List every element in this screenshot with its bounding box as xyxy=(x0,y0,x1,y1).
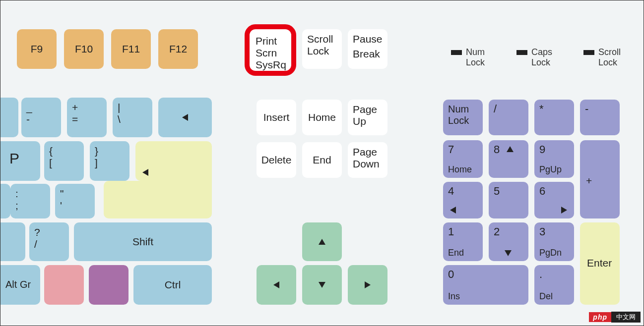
label-line1: Print xyxy=(256,35,285,47)
watermark: php 中文网 xyxy=(589,312,641,323)
label-line2: Lock xyxy=(448,115,478,126)
key-delete[interactable]: Delete xyxy=(257,142,296,178)
key-num-1[interactable]: 1 End xyxy=(443,222,483,261)
watermark-cn: 中文网 xyxy=(611,312,641,323)
key-end[interactable]: End xyxy=(302,142,342,178)
label-bottom: [ xyxy=(49,157,79,169)
key-f10[interactable]: F10 xyxy=(64,29,104,69)
key-pause-break[interactable]: Pause Break xyxy=(348,29,387,69)
label-line1: Pause xyxy=(353,33,383,45)
key-num-slash[interactable]: / xyxy=(489,100,528,135)
arrow-up-icon xyxy=(507,146,514,152)
key-backslash[interactable]: | \ xyxy=(113,98,152,137)
key-num-7[interactable]: 7 Home xyxy=(443,140,483,178)
key-arrow-down[interactable] xyxy=(302,265,342,305)
label-top: _ xyxy=(26,102,56,113)
key-num-star[interactable]: * xyxy=(534,100,574,135)
key-home[interactable]: Home xyxy=(302,100,342,135)
label-top: ? xyxy=(34,226,64,238)
key-partial-left-r3[interactable] xyxy=(0,184,10,218)
label-line2: Lock xyxy=(466,57,485,68)
label: F9 xyxy=(31,43,43,55)
led-icon xyxy=(583,50,594,55)
label-line2: Scrn xyxy=(256,47,285,59)
key-num-8[interactable]: 8 xyxy=(489,140,528,178)
key-num-9[interactable]: 9 PgUp xyxy=(534,140,574,178)
key-super[interactable] xyxy=(89,265,129,305)
key-minus[interactable]: _ - xyxy=(21,98,61,137)
label-top: + xyxy=(72,102,102,113)
key-enter-top[interactable] xyxy=(135,141,212,181)
key-ctrl-right[interactable]: Ctrl xyxy=(133,265,212,305)
key-arrow-up[interactable] xyxy=(302,222,342,261)
key-num-0[interactable]: 0 Ins xyxy=(443,265,528,305)
key-shift-right[interactable]: Shift xyxy=(74,222,212,261)
label-bottom: PgDn xyxy=(539,248,562,258)
key-num-2[interactable]: 2 xyxy=(489,222,528,261)
label-top: 2 xyxy=(494,225,500,238)
label: Enter xyxy=(587,257,612,269)
label-bottom: - xyxy=(26,113,56,125)
label-line1: Num xyxy=(448,104,478,115)
key-p[interactable]: P xyxy=(0,141,40,181)
label-line1: Caps xyxy=(531,47,552,57)
key-print-screen[interactable]: Print Scrn SysRq xyxy=(245,24,296,76)
key-bracket-open[interactable]: { [ xyxy=(44,141,84,181)
key-num-minus[interactable]: - xyxy=(580,100,620,135)
key-semicolon[interactable]: : ; xyxy=(10,184,50,218)
label: P xyxy=(9,150,19,166)
watermark-php: php xyxy=(589,312,611,322)
label-bottom: ; xyxy=(15,200,45,212)
key-arrow-right[interactable] xyxy=(348,265,387,305)
label-bottom: ] xyxy=(95,157,125,169)
key-enter-bottom[interactable] xyxy=(104,181,212,218)
key-scroll-lock[interactable]: Scroll Lock xyxy=(302,29,342,69)
label-line1: Scroll xyxy=(307,33,337,45)
key-f11[interactable]: F11 xyxy=(111,29,151,69)
key-num-lock[interactable]: Num Lock xyxy=(443,100,483,135)
arrow-down-icon xyxy=(505,250,512,256)
key-num-dot[interactable]: . Del xyxy=(534,265,574,305)
key-quote[interactable]: " ' xyxy=(55,184,95,218)
key-equals[interactable]: + = xyxy=(67,98,107,137)
label-line1: Page xyxy=(353,146,383,158)
key-page-down[interactable]: Page Down xyxy=(348,142,387,178)
key-page-up[interactable]: Page Up xyxy=(348,100,387,135)
arrow-left-icon xyxy=(142,169,148,176)
arrow-down-icon xyxy=(319,282,325,288)
key-menu[interactable] xyxy=(44,265,84,305)
arrow-up-icon xyxy=(319,239,325,245)
label-bottom: Ins xyxy=(448,291,460,302)
label-bottom: ' xyxy=(60,200,90,212)
label-top: 6 xyxy=(539,185,545,197)
key-altgr[interactable]: Alt Gr xyxy=(0,265,40,305)
label: End xyxy=(313,154,331,166)
label-line2: Up xyxy=(353,115,383,127)
key-num-enter[interactable]: Enter xyxy=(580,222,620,305)
key-num-3[interactable]: 3 PgDn xyxy=(534,222,574,261)
key-bracket-close[interactable]: } ] xyxy=(90,141,129,181)
key-partial-left-r1[interactable] xyxy=(0,98,18,137)
label-bottom: Del xyxy=(539,291,553,302)
label-top: 4 xyxy=(448,185,454,197)
key-slash[interactable]: ? / xyxy=(29,222,69,261)
key-f9[interactable]: F9 xyxy=(17,29,57,69)
indicator-scroll-lock: ScrollLock xyxy=(583,47,621,68)
label-top: . xyxy=(539,268,542,280)
key-insert[interactable]: Insert xyxy=(257,100,296,135)
key-arrow-left[interactable] xyxy=(257,265,296,305)
label-line1: Num xyxy=(466,47,485,57)
key-backspace[interactable] xyxy=(158,98,212,137)
led-icon xyxy=(451,50,462,55)
label-bottom: / xyxy=(34,238,64,250)
led-icon xyxy=(516,50,527,55)
key-num-6[interactable]: 6 xyxy=(534,182,574,218)
key-partial-left-r4[interactable] xyxy=(0,222,25,261)
label: Alt Gr xyxy=(5,279,31,290)
key-num-4[interactable]: 4 xyxy=(443,182,483,218)
key-num-plus[interactable]: + xyxy=(580,140,620,218)
arrow-right-icon xyxy=(561,207,567,214)
label-top: 7 xyxy=(448,143,454,156)
key-num-5[interactable]: 5 xyxy=(489,182,528,218)
key-f12[interactable]: F12 xyxy=(158,29,198,69)
